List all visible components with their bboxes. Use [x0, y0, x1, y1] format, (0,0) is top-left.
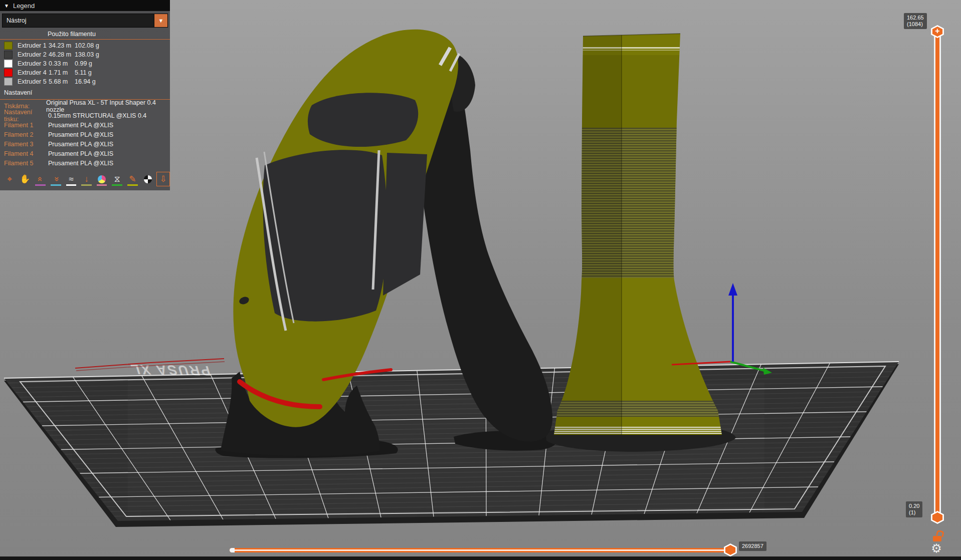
setting-row: Filament 1 Prusament PLA @XLIS: [0, 120, 170, 130]
setting-value: Prusament PLA @XLIS: [48, 141, 113, 148]
bottom-bar: [0, 556, 961, 560]
extruder-name: Extruder 4: [18, 69, 49, 76]
side-windows: [383, 153, 427, 296]
extruder-name: Extruder 2: [18, 51, 49, 58]
extruder-color-swatch[interactable]: [4, 42, 13, 50]
extruder-color-swatch[interactable]: [4, 78, 13, 86]
layer-slider-core: [935, 34, 939, 515]
extruder-color-swatch[interactable]: [4, 69, 13, 77]
move-slider-track[interactable]: [230, 548, 731, 552]
extruder-row[interactable]: Extruder 3 0.33 m 0.99 g: [0, 59, 170, 68]
setting-value: Prusament PLA @XLIS: [48, 150, 113, 157]
retractions-icon[interactable]: «: [34, 172, 47, 186]
setting-value: Prusament PLA @XLIS: [48, 131, 113, 138]
extruder-color-swatch[interactable]: [4, 51, 13, 59]
extruder-name: Extruder 3: [18, 60, 49, 67]
layer-slider-bottom-badge: 0.20 (1): [906, 501, 922, 517]
printer-marker-icon[interactable]: ⌖: [3, 172, 17, 186]
extruder-weight: 138.03 g: [75, 51, 110, 58]
extruder-table: Extruder 1 34.23 m 102.08 g Extruder 2 4…: [0, 41, 170, 86]
setting-label: Filament 4: [4, 150, 48, 157]
extruder-name: Extruder 1: [18, 42, 49, 49]
extruder-row[interactable]: Extruder 2 46.28 m 138.03 g: [0, 50, 170, 59]
collapse-triangle-icon: ▼: [4, 3, 9, 9]
setting-value: Prusament PLA @XLIS: [48, 160, 113, 167]
tool-change-icon[interactable]: ↓: [80, 172, 93, 186]
setting-label: Filament 3: [4, 141, 48, 148]
setting-label: Filament 1: [4, 122, 48, 129]
view-type-dropdown[interactable]: Nástroj ▼: [2, 14, 168, 28]
setting-value: Original Prusa XL - 5T Input Shaper 0.4 …: [46, 99, 170, 113]
extruder-length: 46.28 m: [49, 51, 75, 58]
legend-title: Legend: [13, 2, 35, 10]
extruder-name: Extruder 5: [18, 78, 49, 85]
extruder-weight: 102.08 g: [75, 42, 110, 49]
layer-slider-track[interactable]: [934, 32, 941, 517]
separator: [0, 39, 170, 40]
deretractions-icon[interactable]: «: [49, 172, 63, 186]
hourglass-icon[interactable]: ⧖: [110, 172, 124, 186]
lock-sliders-icon[interactable]: [933, 534, 942, 541]
setting-value: Prusament PLA @XLIS: [48, 122, 113, 129]
custom-gcode-icon[interactable]: ✎: [126, 172, 139, 186]
print-bed: PRUSA XL: [4, 362, 899, 527]
gear-icon[interactable]: ⚙: [930, 542, 943, 555]
color-wheel-icon[interactable]: [95, 172, 109, 186]
extruder-row[interactable]: Extruder 4 1.71 m 5.11 g: [0, 68, 170, 77]
setting-row: Filament 4 Prusament PLA @XLIS: [0, 149, 170, 158]
slicer-preview-window: PRUSA XL: [0, 0, 961, 560]
extruder-row[interactable]: Extruder 1 34.23 m 102.08 g: [0, 41, 170, 50]
extruder-length: 34.23 m: [49, 42, 75, 49]
extruder-length: 0.33 m: [49, 60, 75, 67]
extruder-color-swatch[interactable]: [4, 60, 13, 68]
add-color-change-icon: +: [930, 27, 944, 36]
legend-toggle-icon[interactable]: ⇩: [156, 172, 170, 186]
filament-usage-header: Použito filamentu: [48, 31, 170, 38]
extruder-weight: 16.94 g: [75, 78, 110, 85]
setting-label: Filament 2: [4, 131, 48, 138]
feature-toggle-toolbar: ⌖✋««≈↓⧖✎⇩: [0, 168, 170, 187]
legend-panel: ▼ Legend Nástroj ▼ Použito filamentu Ext…: [0, 0, 170, 190]
wipe-hand-icon[interactable]: ✋: [19, 172, 32, 186]
rear-window: [308, 93, 418, 147]
setting-row: Filament 2 Prusament PLA @XLIS: [0, 130, 170, 139]
setting-label: Filament 5: [4, 160, 48, 167]
seams-icon[interactable]: ≈: [65, 172, 78, 186]
setting-row: Nastavení tisku: 0.15mm STRUCTURAL @XLIS…: [0, 111, 170, 120]
legend-collapse-header[interactable]: ▼ Legend: [0, 0, 170, 11]
move-slider-value-badge: 2692857: [739, 541, 766, 551]
settings-section-header: Nastavení: [0, 86, 170, 98]
layer-slider-top-badge: 162.65 (1084): [904, 13, 927, 29]
settings-table: Tiskárna: Original Prusa XL - 5T Input S…: [0, 101, 170, 168]
wipe-tower: [546, 34, 727, 437]
move-slider-core: [234, 549, 729, 551]
setting-row: Filament 3 Prusament PLA @XLIS: [0, 139, 170, 149]
roof-glass: [263, 150, 387, 321]
setting-row: Filament 5 Prusament PLA @XLIS: [0, 158, 170, 168]
extruder-weight: 5.11 g: [75, 69, 110, 76]
dropdown-arrow-icon[interactable]: ▼: [154, 14, 167, 27]
extruder-length: 5.68 m: [49, 78, 75, 85]
shells-icon[interactable]: [141, 172, 155, 186]
extruder-weight: 0.99 g: [75, 60, 110, 67]
extruder-length: 1.71 m: [49, 69, 75, 76]
extruder-row[interactable]: Extruder 5 5.68 m 16.94 g: [0, 77, 170, 86]
setting-label: Nastavení tisku:: [4, 109, 48, 123]
setting-value: 0.15mm STRUCTURAL @XLIS 0.4: [48, 112, 146, 119]
view-type-value: Nástroj: [3, 17, 31, 24]
